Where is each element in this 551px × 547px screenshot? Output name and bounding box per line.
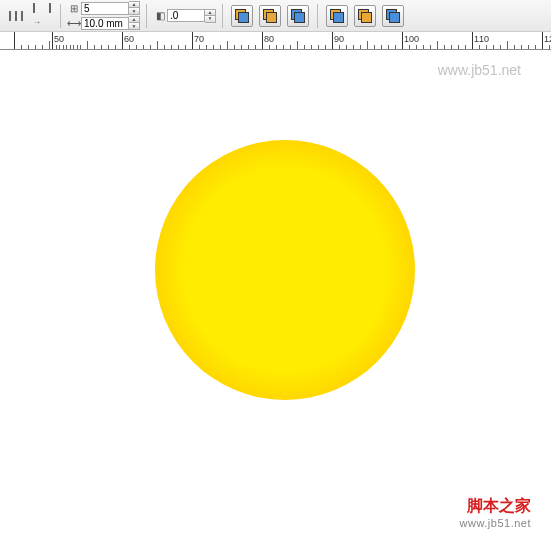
segments-field-group: ⊞ ▲ ▼ ⟷ ▲ ▼ bbox=[67, 1, 140, 30]
group-button-1[interactable] bbox=[326, 5, 348, 27]
separator bbox=[317, 4, 318, 28]
clone-button-2[interactable] bbox=[259, 5, 281, 27]
spinner-down[interactable]: ▼ bbox=[129, 8, 139, 14]
spacing-icon: ⟷ bbox=[67, 18, 81, 29]
spacing-input[interactable] bbox=[81, 17, 129, 30]
group-button-3[interactable] bbox=[382, 5, 404, 27]
clone-button-3[interactable] bbox=[287, 5, 309, 27]
ungroup-all-icon bbox=[386, 9, 400, 23]
watermark-text-cn: 脚本之家 bbox=[460, 496, 531, 517]
horizontal-ruler: 5060708090100110120 bbox=[0, 32, 551, 50]
clone-overlap-icon bbox=[235, 9, 249, 23]
offset-field-group: ◧ ▲ ▼ bbox=[153, 9, 216, 23]
drawing-canvas[interactable]: www.jb51.net 脚本之家 www.jb51.net bbox=[0, 50, 551, 547]
distribute-spacing-icon bbox=[33, 3, 51, 28]
separator bbox=[222, 4, 223, 28]
offset-icon: ◧ bbox=[153, 10, 167, 21]
distribute-left-button[interactable] bbox=[4, 4, 28, 28]
offset-input[interactable] bbox=[167, 9, 205, 22]
segments-spinner[interactable]: ▲ ▼ bbox=[129, 1, 140, 15]
clone-front-icon bbox=[263, 9, 277, 23]
spinner-down[interactable]: ▼ bbox=[129, 23, 139, 29]
distribute-right-button[interactable] bbox=[30, 4, 54, 28]
separator bbox=[60, 4, 61, 28]
gradient-circle-shape[interactable] bbox=[155, 140, 415, 400]
group-icon bbox=[330, 9, 344, 23]
clone-back-icon bbox=[291, 9, 305, 23]
distribute-icon bbox=[9, 11, 23, 21]
spinner-down[interactable]: ▼ bbox=[205, 16, 215, 22]
offset-spinner[interactable]: ▲ ▼ bbox=[205, 9, 216, 23]
spacing-spinner[interactable]: ▲ ▼ bbox=[129, 16, 140, 30]
watermark: 脚本之家 www.jb51.net bbox=[460, 496, 531, 529]
watermark-url: www.jb51.net bbox=[460, 517, 531, 529]
ungroup-icon bbox=[358, 9, 372, 23]
segments-input[interactable] bbox=[81, 2, 129, 15]
segments-icon: ⊞ bbox=[67, 3, 81, 14]
group-button-2[interactable] bbox=[354, 5, 376, 27]
property-toolbar: ⊞ ▲ ▼ ⟷ ▲ ▼ ◧ ▲ ▼ bbox=[0, 0, 551, 32]
watermark-top: www.jb51.net bbox=[438, 62, 521, 78]
separator bbox=[146, 4, 147, 28]
clone-button-1[interactable] bbox=[231, 5, 253, 27]
